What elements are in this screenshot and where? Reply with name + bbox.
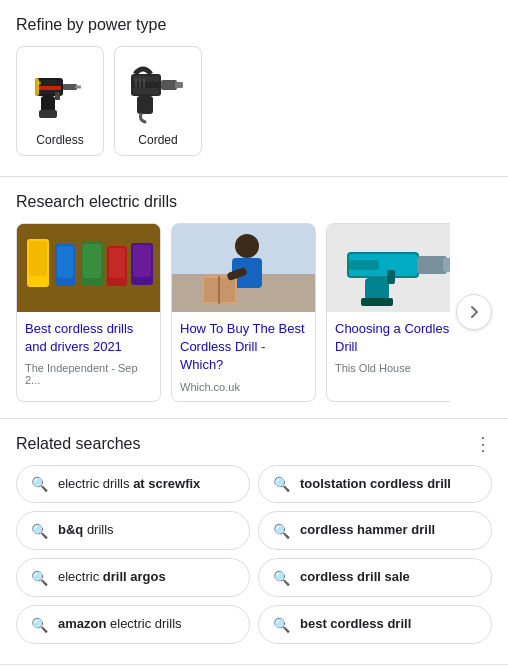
search-icon-1: 🔍	[273, 476, 290, 492]
research-card-2-body: Choosing a Cordless Drill This Old House	[327, 312, 450, 382]
svg-rect-48	[349, 260, 379, 270]
svg-rect-43	[443, 258, 450, 272]
svg-rect-4	[75, 86, 81, 89]
svg-rect-28	[109, 248, 125, 278]
research-card-2-source: This Old House	[335, 362, 450, 374]
related-menu-icon[interactable]: ⋮	[474, 435, 492, 453]
corded-label: Corded	[138, 133, 177, 147]
research-card-1-image	[172, 224, 315, 312]
related-pill-1[interactable]: 🔍 toolstation cordless drill	[258, 465, 492, 504]
research-card-0-title[interactable]: Best cordless drills and drivers 2021	[25, 320, 152, 356]
research-next-arrow[interactable]	[456, 294, 492, 330]
related-pill-5[interactable]: 🔍 cordless drill sale	[258, 558, 492, 597]
research-card-2-image	[327, 224, 450, 312]
search-icon-3: 🔍	[273, 523, 290, 539]
related-pill-6[interactable]: 🔍 amazon electric drills	[16, 605, 250, 644]
related-pill-0[interactable]: 🔍 electric drills at screwfix	[16, 465, 250, 504]
svg-rect-13	[175, 82, 183, 88]
related-pill-text-3: cordless hammer drill	[300, 522, 435, 539]
research-card-0-image	[17, 224, 160, 312]
related-pill-2[interactable]: 🔍 b&q drills	[16, 511, 250, 550]
refine-cards: Cordless	[16, 46, 492, 156]
cordless-label: Cordless	[36, 133, 83, 147]
svg-rect-2	[37, 86, 61, 90]
cordless-drill-image	[24, 55, 96, 127]
svg-rect-17	[139, 78, 141, 88]
related-pill-text-5: cordless drill sale	[300, 569, 410, 586]
research-card-1-body: How To Buy The Best Cordless Drill - Whi…	[172, 312, 315, 401]
related-header: Related searches ⋮	[16, 435, 492, 453]
svg-rect-30	[133, 245, 151, 277]
svg-rect-6	[39, 110, 57, 118]
related-searches-title: Related searches	[16, 435, 141, 453]
refine-card-cordless[interactable]: Cordless	[16, 46, 104, 156]
svg-rect-3	[63, 84, 77, 90]
search-icon-2: 🔍	[31, 523, 48, 539]
refine-title: Refine by power type	[16, 16, 492, 34]
search-icon-7: 🔍	[273, 617, 290, 633]
svg-rect-46	[387, 270, 395, 284]
related-pill-3[interactable]: 🔍 cordless hammer drill	[258, 511, 492, 550]
related-pill-text-2: b&q drills	[58, 522, 114, 539]
research-card-1-title[interactable]: How To Buy The Best Cordless Drill - Whi…	[180, 320, 307, 375]
related-pill-text-0: electric drills at screwfix	[58, 476, 200, 493]
research-cards-wrapper: Best cordless drills and drivers 2021 Th…	[16, 223, 492, 402]
svg-rect-45	[365, 278, 389, 300]
research-card-0-source: The Independent - Sep 2...	[25, 362, 152, 386]
research-card-1-source: Which.co.uk	[180, 381, 307, 393]
research-card-2-title[interactable]: Choosing a Cordless Drill	[335, 320, 450, 356]
related-pill-text-4: electric drill argos	[58, 569, 166, 586]
related-pill-text-6: amazon electric drills	[58, 616, 182, 633]
related-grid: 🔍 electric drills at screwfix 🔍 toolstat…	[16, 465, 492, 645]
svg-point-33	[235, 234, 259, 258]
svg-rect-18	[143, 78, 145, 88]
svg-rect-42	[417, 256, 447, 274]
svg-rect-5	[41, 96, 55, 112]
svg-rect-22	[29, 241, 47, 276]
corded-drill-image	[122, 55, 194, 127]
svg-rect-24	[57, 246, 73, 278]
search-icon-0: 🔍	[31, 476, 48, 492]
refine-section: Refine by power type	[0, 0, 508, 166]
svg-rect-7	[55, 92, 60, 100]
svg-rect-26	[83, 244, 101, 278]
related-pill-text-1: toolstation cordless drill	[300, 476, 451, 493]
search-icon-4: 🔍	[31, 570, 48, 586]
research-card-0-body: Best cordless drills and drivers 2021 Th…	[17, 312, 160, 394]
refine-card-corded[interactable]: Corded	[114, 46, 202, 156]
related-pill-7[interactable]: 🔍 best cordless drill	[258, 605, 492, 644]
svg-rect-9	[35, 78, 39, 96]
svg-rect-16	[135, 78, 137, 88]
related-pill-4[interactable]: 🔍 electric drill argos	[16, 558, 250, 597]
related-section: Related searches ⋮ 🔍 electric drills at …	[0, 418, 508, 655]
research-title: Research electric drills	[16, 193, 492, 211]
search-icon-5: 🔍	[273, 570, 290, 586]
svg-rect-47	[361, 298, 393, 306]
research-cards: Best cordless drills and drivers 2021 Th…	[16, 223, 450, 402]
research-card-2[interactable]: Choosing a Cordless Drill This Old House	[326, 223, 450, 402]
search-icon-6: 🔍	[31, 617, 48, 633]
svg-rect-14	[137, 96, 153, 114]
research-card-0[interactable]: Best cordless drills and drivers 2021 Th…	[16, 223, 161, 402]
svg-rect-12	[161, 80, 177, 90]
related-pill-text-7: best cordless drill	[300, 616, 411, 633]
research-card-1[interactable]: How To Buy The Best Cordless Drill - Whi…	[171, 223, 316, 402]
research-section: Research electric drills	[0, 176, 508, 412]
